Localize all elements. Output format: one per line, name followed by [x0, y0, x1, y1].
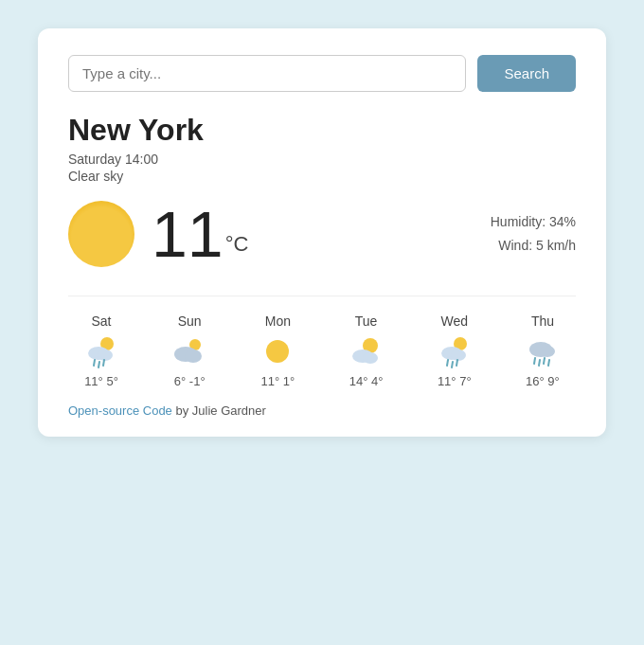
forecast-temps: 16° 9°	[526, 374, 560, 388]
svg-line-5	[103, 360, 104, 366]
datetime: Saturday 14:00	[68, 152, 576, 167]
svg-point-12	[363, 352, 378, 364]
forecast-icon	[260, 334, 295, 368]
svg-line-23	[544, 358, 545, 364]
svg-line-22	[539, 360, 540, 366]
svg-line-3	[94, 360, 95, 366]
day-label: Sat	[91, 314, 111, 329]
forecast-day: Sun6° -1°	[156, 314, 223, 388]
svg-line-21	[534, 358, 535, 364]
day-label: Mon	[265, 314, 291, 329]
day-label: Tue	[355, 314, 378, 329]
forecast-icon	[349, 334, 384, 368]
forecast-row: Sat11° 5°Sun6° -1°Mon11° 1°Tue14° 4°Wed1…	[68, 296, 576, 388]
forecast-temps: 6° -1°	[174, 374, 206, 388]
svg-point-20	[540, 346, 555, 357]
day-label: Wed	[440, 314, 468, 329]
wind: Wind: 5 km/h	[491, 234, 576, 258]
temperature-value: 11	[152, 198, 224, 270]
svg-line-4	[98, 362, 99, 367]
humidity: Humidity: 34%	[491, 210, 576, 234]
svg-point-9	[266, 340, 289, 363]
day-label: Thu	[531, 314, 554, 329]
svg-point-8	[185, 349, 202, 363]
svg-line-17	[452, 362, 453, 367]
search-row: Search	[68, 55, 576, 92]
footer-link[interactable]: Open-source Code	[68, 403, 172, 418]
current-weather: 11°C Humidity: 34% Wind: 5 km/h	[68, 201, 576, 267]
city-name: New York	[68, 113, 576, 148]
forecast-icon	[526, 334, 560, 368]
sun-icon	[68, 201, 134, 267]
forecast-temps: 14° 4°	[349, 374, 384, 388]
weather-card: Search New York Saturday 14:00 Clear sky…	[38, 28, 606, 437]
forecast-temps: 11° 7°	[438, 374, 472, 388]
forecast-temps: 11° 1°	[261, 374, 295, 388]
svg-line-18	[456, 360, 457, 366]
forecast-day: Mon11° 1°	[244, 314, 311, 388]
svg-line-16	[447, 360, 448, 366]
footer: Open-source Code by Julie Gardner	[68, 403, 576, 418]
temperature-unit: °C	[225, 232, 249, 256]
search-input[interactable]	[68, 55, 466, 92]
forecast-icon	[438, 334, 472, 368]
forecast-day: Tue14° 4°	[333, 314, 400, 388]
svg-point-15	[451, 349, 466, 361]
svg-line-24	[548, 360, 549, 366]
forecast-day: Thu16° 9°	[510, 314, 576, 388]
forecast-day: Sat11° 5°	[68, 314, 134, 388]
forecast-icon	[84, 334, 118, 368]
svg-point-2	[98, 349, 113, 361]
condition: Clear sky	[68, 169, 576, 184]
search-button[interactable]: Search	[477, 55, 576, 92]
forecast-day: Wed11° 7°	[421, 314, 488, 388]
temperature-display: 11°C	[152, 202, 248, 266]
forecast-icon	[172, 334, 206, 368]
weather-details: Humidity: 34% Wind: 5 km/h	[491, 210, 576, 258]
forecast-temps: 11° 5°	[84, 374, 118, 388]
footer-author: by Julie Gardner	[172, 403, 266, 418]
day-label: Sun	[178, 314, 202, 329]
